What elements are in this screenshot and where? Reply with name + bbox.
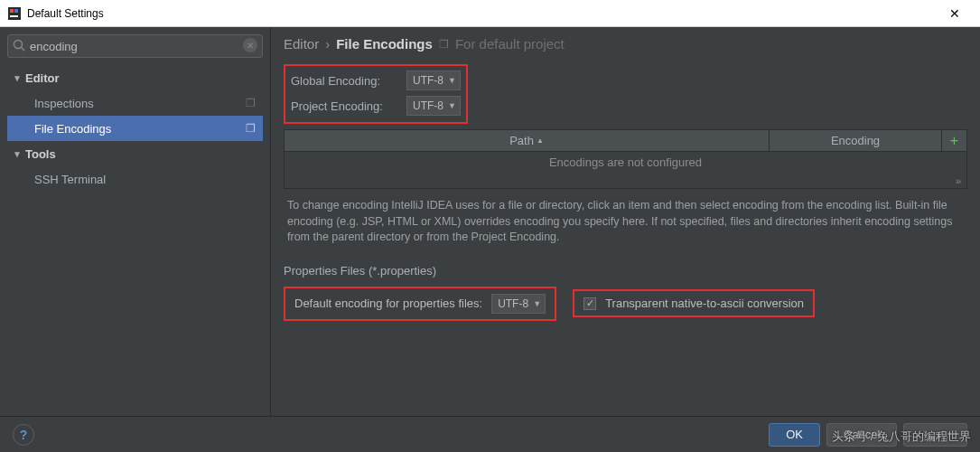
encoding-highlight-box: Global Encoding: UTF-8 ▼ Project Encodin… <box>284 64 468 124</box>
chevron-down-icon: ▼ <box>13 149 25 159</box>
transparent-ascii-highlight-box: ✓ Transparent native-to-ascii conversion <box>573 289 815 317</box>
apply-button[interactable]: Apply <box>903 423 967 447</box>
table-header: Path ▲ Encoding + <box>285 130 966 152</box>
sidebar-group-editor[interactable]: ▼ Editor <box>7 65 263 90</box>
chevron-down-icon: ▼ <box>448 101 456 110</box>
breadcrumb-parent: Editor <box>284 36 319 52</box>
sidebar-item-file-encodings[interactable]: File Encodings ❐ <box>7 116 263 141</box>
sidebar-item-label: SSH Terminal <box>34 173 106 186</box>
encoding-column-header[interactable]: Encoding <box>770 130 941 151</box>
encoding-table: Path ▲ Encoding + Encodings are not conf… <box>284 129 967 189</box>
select-value: UTF-8 <box>413 99 443 112</box>
svg-rect-1 <box>10 9 14 13</box>
global-encoding-label: Global Encoding: <box>291 74 406 88</box>
description-text: To change encoding IntelliJ IDEA uses fo… <box>284 198 967 246</box>
sidebar-group-label: Editor <box>25 71 60 85</box>
default-encoding-label: Default encoding for properties files: <box>294 297 482 310</box>
project-encoding-label: Project Encoding: <box>291 99 406 113</box>
cancel-button[interactable]: Cancel <box>826 423 897 447</box>
global-encoding-select[interactable]: UTF-8 ▼ <box>406 71 461 90</box>
path-column-header[interactable]: Path ▲ <box>285 130 770 151</box>
svg-rect-3 <box>10 15 18 17</box>
main-panel: Editor › File Encodings ❐ For default pr… <box>271 27 980 416</box>
empty-text: Encodings are not configured <box>549 155 702 169</box>
project-scope-icon: ❐ <box>246 97 256 109</box>
svg-rect-2 <box>14 9 18 13</box>
project-encoding-select[interactable]: UTF-8 ▼ <box>406 96 461 116</box>
app-icon <box>7 6 22 21</box>
breadcrumb-current: File Encodings <box>336 36 433 52</box>
footer: ? OK Cancel Apply <box>0 416 980 452</box>
ok-button[interactable]: OK <box>769 423 820 447</box>
svg-point-4 <box>14 41 23 49</box>
more-actions-icon[interactable]: » <box>956 175 961 186</box>
add-row-button[interactable]: + <box>941 130 966 151</box>
sidebar-item-inspections[interactable]: Inspections ❐ <box>7 90 263 116</box>
sidebar-item-ssh-terminal[interactable]: SSH Terminal <box>7 166 263 192</box>
project-encoding-row: Project Encoding: UTF-8 ▼ <box>291 94 461 118</box>
breadcrumb-project: For default project <box>455 36 565 52</box>
chevron-down-icon: ▼ <box>448 76 456 85</box>
sort-asc-icon: ▲ <box>537 137 544 145</box>
properties-row: Default encoding for properties files: U… <box>284 287 967 321</box>
breadcrumb: Editor › File Encodings ❐ For default pr… <box>284 36 967 52</box>
search-container: ✕ <box>7 34 263 58</box>
sidebar-group-tools[interactable]: ▼ Tools <box>7 141 263 166</box>
checkbox-label: Transparent native-to-ascii conversion <box>605 297 804 310</box>
clear-search-button[interactable]: ✕ <box>243 38 257 52</box>
global-encoding-row: Global Encoding: UTF-8 ▼ <box>291 69 461 92</box>
chevron-down-icon: ▼ <box>533 299 541 308</box>
default-properties-encoding-select[interactable]: UTF-8 ▼ <box>491 294 546 314</box>
titlebar: Default Settings ✕ <box>0 0 980 27</box>
settings-tree: ▼ Editor Inspections ❐ File Encodings ❐ … <box>7 65 263 192</box>
sidebar: ✕ ▼ Editor Inspections ❐ File Encodings … <box>0 27 271 416</box>
search-icon <box>13 39 25 54</box>
search-input[interactable] <box>7 34 263 58</box>
select-value: UTF-8 <box>498 297 528 310</box>
sidebar-item-label: File Encodings <box>34 122 111 136</box>
select-value: UTF-8 <box>413 74 443 87</box>
chevron-down-icon: ▼ <box>13 73 25 83</box>
sidebar-item-label: Inspections <box>34 97 94 110</box>
project-scope-icon: ❐ <box>246 122 256 135</box>
column-label: Encoding <box>831 134 880 147</box>
window-title: Default Settings <box>27 7 937 20</box>
properties-section-title: Properties Files (*.properties) <box>284 264 967 278</box>
table-body: Encodings are not configured » <box>285 152 966 188</box>
close-button[interactable]: ✕ <box>937 6 973 21</box>
column-label: Path <box>509 134 534 147</box>
svg-line-5 <box>22 48 25 52</box>
sidebar-group-label: Tools <box>25 147 56 161</box>
project-scope-icon: ❐ <box>439 38 449 51</box>
breadcrumb-separator: › <box>325 36 330 52</box>
default-encoding-highlight-box: Default encoding for properties files: U… <box>284 287 556 321</box>
help-button[interactable]: ? <box>13 424 34 446</box>
transparent-ascii-checkbox[interactable]: ✓ <box>583 297 596 310</box>
